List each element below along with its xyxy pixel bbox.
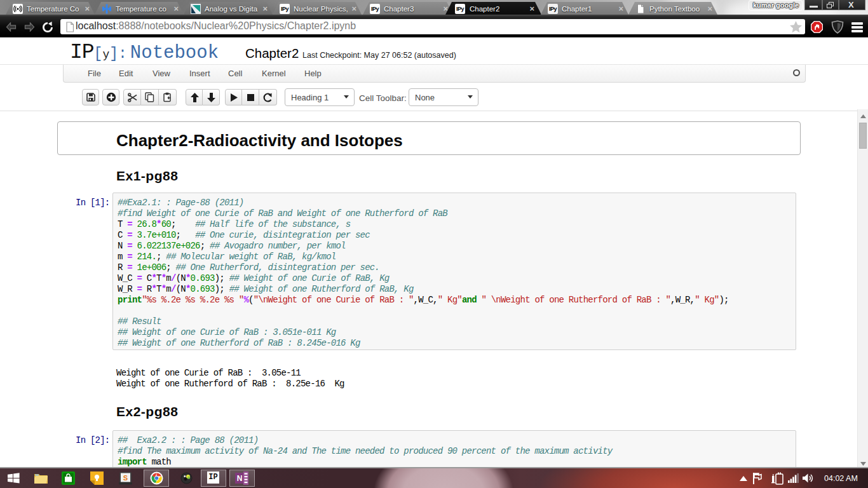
svg-text:S: S	[123, 474, 128, 482]
svg-text:N: N	[237, 474, 243, 483]
